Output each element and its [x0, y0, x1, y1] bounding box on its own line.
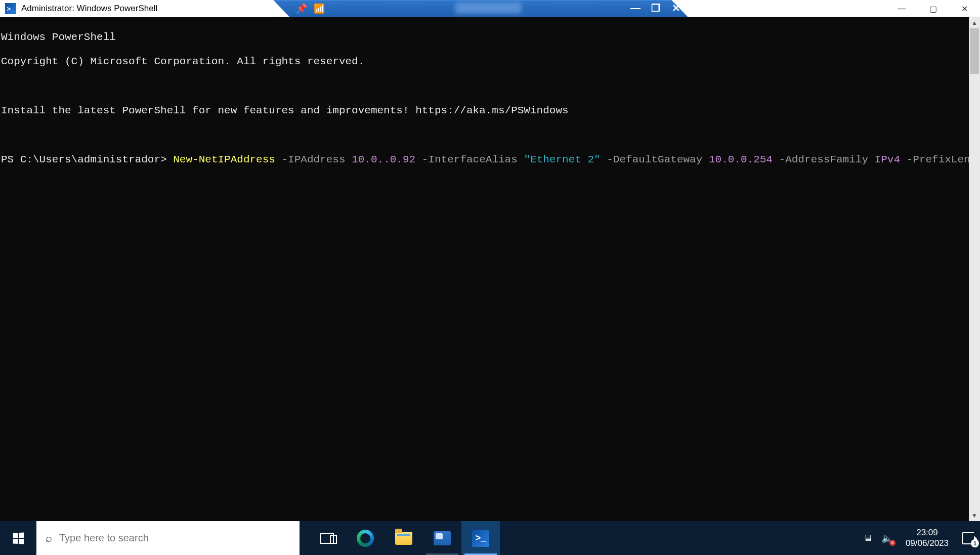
task-view-button[interactable] — [308, 521, 346, 555]
terminal-viewport[interactable]: Windows PowerShell Copyright (C) Microso… — [0, 17, 971, 521]
rdp-window-controls: — ❐ ✕ — [629, 2, 682, 14]
rdp-hostname-blurred — [455, 3, 521, 14]
taskbar-clock[interactable]: 23:09 09/06/2023 — [902, 528, 953, 548]
clock-date: 09/06/2023 — [906, 538, 949, 548]
prompt-text: PS C:\Users\administrador> — [1, 154, 173, 165]
host-close-button[interactable]: ✕ — [949, 0, 980, 17]
start-button[interactable] — [0, 521, 36, 555]
terminal-line: Install the latest PowerShell for new fe… — [1, 105, 971, 117]
notification-badge: 1 — [971, 539, 979, 547]
rdp-connection-icons: 📌 📶 — [296, 3, 327, 14]
edge-icon — [357, 530, 374, 547]
rdp-close-button[interactable]: ✕ — [670, 2, 682, 14]
terminal-line: Windows PowerShell — [1, 31, 971, 44]
terminal-line — [1, 80, 971, 93]
search-placeholder: Type here to search — [59, 532, 149, 544]
task-view-icon — [320, 533, 334, 544]
scroll-up-button[interactable]: ▲ — [969, 17, 980, 28]
terminal-scrollbar[interactable]: ▲ ▼ — [969, 17, 980, 521]
taskbar-search[interactable]: ⌕ Type here to search — [36, 521, 300, 555]
window-title: Administrator: Windows PowerShell — [21, 4, 157, 14]
tray-display-icon[interactable]: 🖥 — [863, 533, 872, 543]
host-minimize-button[interactable]: — — [886, 0, 917, 17]
windows-logo-icon — [13, 532, 24, 544]
powershell-icon: >_ — [472, 530, 489, 547]
mute-badge-icon: ✕ — [889, 540, 896, 546]
taskbar-items: >_ — [308, 521, 500, 555]
taskbar-item-explorer[interactable] — [385, 521, 423, 555]
taskbar: ⌕ Type here to search >_ 🖥 🔈✕ 23:09 09/0… — [0, 521, 980, 555]
notification-center-button[interactable]: 1 — [962, 532, 974, 544]
powershell-titlebar[interactable]: >_ Administrator: Windows PowerShell 📌 📶… — [0, 0, 693, 17]
taskbar-item-rdc[interactable] — [423, 521, 461, 555]
terminal-line — [1, 129, 971, 141]
tray-volume-icon[interactable]: 🔈✕ — [881, 533, 892, 544]
system-tray: 🖥 🔈✕ 23:09 09/06/2023 1 — [863, 521, 980, 555]
taskbar-item-powershell[interactable]: >_ — [461, 521, 500, 555]
terminal-prompt-line[interactable]: PS C:\Users\administrador> New-NetIPAddr… — [1, 154, 971, 166]
powershell-icon: >_ — [5, 3, 16, 14]
terminal-line: Copyright (C) Microsoft Corporation. All… — [1, 56, 971, 68]
scroll-thumb[interactable] — [970, 28, 979, 74]
host-maximize-button[interactable]: ▢ — [917, 0, 949, 17]
search-icon: ⌕ — [46, 532, 52, 545]
scroll-down-button[interactable]: ▼ — [969, 510, 980, 521]
remote-desktop-icon — [434, 531, 451, 545]
command-input[interactable]: New-NetIPAddress -IPAddress 10.0..0.92 -… — [173, 154, 980, 165]
rdp-minimize-button[interactable]: — — [629, 2, 642, 14]
clock-time: 23:09 — [906, 528, 949, 538]
host-window-controls: — ▢ ✕ — [886, 0, 980, 17]
file-explorer-icon — [395, 532, 412, 545]
rdp-restore-button[interactable]: ❐ — [650, 2, 662, 14]
taskbar-item-edge[interactable] — [346, 521, 385, 555]
